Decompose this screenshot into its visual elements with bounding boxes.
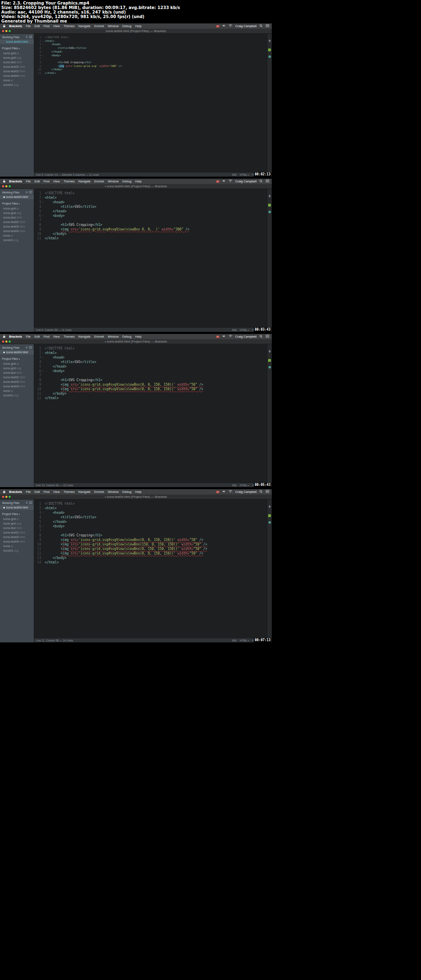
project-file-icons-test02.html[interactable]: icons-test02.html (0, 220, 34, 224)
volume-icon[interactable] (222, 490, 226, 494)
status-language-select[interactable]: HTML ▾ (240, 173, 249, 176)
wifi-icon[interactable] (229, 24, 232, 28)
project-file-icons-test.html[interactable]: icons-test.html (0, 60, 34, 64)
code-editor[interactable]: 1<!DOCTYPE html>2▾<html>3▾ <head>4 <titl… (34, 344, 267, 483)
code-line[interactable]: 1<!DOCTYPE html> (34, 191, 267, 196)
code-line[interactable]: 4 <title>SVG</title> (34, 515, 267, 520)
code-line[interactable]: 8 <h1>SVG Cropping</h1> (34, 223, 267, 227)
menu-item-edit[interactable]: Edit (35, 24, 40, 28)
project-file-icons.ai[interactable]: icons.ai (0, 233, 34, 238)
menu-item-window[interactable]: Window (108, 24, 119, 28)
menu-item-find[interactable]: Find (44, 490, 50, 494)
extension-green-icon[interactable] (268, 514, 271, 517)
zoom-window-button[interactable] (9, 185, 11, 187)
code-line[interactable]: 2▾<html> (34, 196, 267, 200)
notification-list-icon[interactable] (266, 179, 269, 183)
wifi-icon[interactable] (229, 179, 232, 183)
extension-teal-icon[interactable] (268, 366, 271, 368)
project-file-icons-grid.ai[interactable]: icons-grid.ai (0, 517, 34, 521)
project-file-icons-grid.ai[interactable]: icons-grid.ai (0, 206, 34, 211)
code-line[interactable]: 10 </body> (34, 68, 267, 71)
menu-item-find[interactable]: Find (44, 24, 50, 28)
extension-teal-icon[interactable] (268, 211, 271, 213)
project-file-icons-test.html[interactable]: icons-test.html (0, 526, 34, 530)
split-view-icon[interactable] (29, 502, 32, 504)
code-line[interactable]: 1<!DOCTYPE html> (34, 502, 267, 506)
title-bar[interactable]: • icons-test04.html (Project-Files) — Br… (0, 339, 272, 344)
code-line[interactable]: 6▾ <body> (34, 214, 267, 218)
menu-item-help[interactable]: Help (135, 179, 141, 183)
status-language-select[interactable]: HTML ▾ (240, 484, 249, 487)
code-line[interactable]: 9 <img src='icons-grid.svg#svgView(viewB… (34, 227, 267, 232)
code-line[interactable]: 4 <title>SVG</title> (34, 46, 267, 50)
screen-record-icon[interactable] (216, 25, 220, 28)
zoom-window-button[interactable] (9, 496, 11, 498)
zoom-window-button[interactable] (9, 30, 11, 32)
fold-arrow-icon[interactable]: ▾ (41, 200, 45, 205)
project-file-icons-test03.html[interactable]: icons-test03.html (0, 535, 34, 539)
menu-item-file[interactable]: File (26, 179, 31, 183)
wifi-icon[interactable] (229, 335, 232, 338)
menubar-username[interactable]: Craig Campbell (235, 490, 257, 494)
extension-teal-icon[interactable] (268, 521, 271, 524)
apple-icon[interactable] (2, 334, 5, 339)
menu-item-themes[interactable]: Themes (63, 335, 74, 338)
screen-record-icon[interactable] (216, 180, 220, 183)
menu-item-themes[interactable]: Themes (63, 490, 74, 494)
minimize-window-button[interactable] (5, 30, 7, 32)
menu-item-edit[interactable]: Edit (35, 490, 40, 494)
extension-teal-icon[interactable] (268, 55, 271, 58)
status-insert-mode[interactable]: INS (232, 484, 236, 487)
title-bar[interactable]: • icons-test04.html (Project-Files) — Br… (0, 495, 272, 499)
status-language-select[interactable]: HTML ▾ (240, 329, 249, 331)
close-window-button[interactable] (2, 185, 4, 187)
menu-item-navigate[interactable]: Navigate (79, 335, 91, 338)
menu-item-file[interactable]: File (26, 24, 31, 28)
menu-item-find[interactable]: Find (44, 335, 50, 338)
menu-item-window[interactable]: Window (108, 335, 119, 338)
project-file-icons-test03.html[interactable]: icons-test03.html (0, 380, 34, 384)
menu-item-navigate[interactable]: Navigate (79, 24, 91, 28)
code-line[interactable]: 5 </head> (34, 520, 267, 524)
code-line[interactable]: 2▾<html> (34, 351, 267, 355)
live-preview-icon[interactable] (268, 503, 271, 510)
fold-arrow-icon[interactable]: ▾ (41, 43, 45, 46)
code-line[interactable]: 3▾ <head> (34, 355, 267, 360)
project-file-icons-grid.svg[interactable]: icons-grid.svg (0, 55, 34, 60)
menu-item-themes[interactable]: Themes (63, 24, 74, 28)
status-insert-mode[interactable]: INS (232, 173, 236, 176)
code-line[interactable]: 7 (34, 529, 267, 533)
working-file-item[interactable]: icons-test04.html (0, 350, 34, 354)
project-file-icons01.svg[interactable]: icons01.svg (0, 393, 34, 398)
search-icon[interactable] (259, 335, 263, 339)
search-icon[interactable] (259, 24, 263, 28)
code-line[interactable]: 8 <h1>SVG Cropping</h1> (34, 61, 267, 64)
search-icon[interactable] (259, 490, 263, 494)
fold-arrow-icon[interactable]: ▾ (41, 54, 45, 58)
volume-icon[interactable] (222, 179, 226, 183)
code-line[interactable]: 6▾ <body> (34, 54, 267, 58)
project-files-header[interactable]: Project Files ▾ (0, 199, 34, 206)
code-line[interactable]: 11 <img src='icons-grid.svg#svgView(view… (34, 547, 267, 551)
fold-arrow-icon[interactable]: ▾ (41, 355, 45, 360)
code-line[interactable]: 13 </body> (34, 556, 267, 560)
menubar-username[interactable]: Craig Campbell (235, 24, 257, 28)
fold-arrow-icon[interactable]: ▾ (41, 214, 45, 218)
menubar-username[interactable]: Craig Campbell (235, 335, 257, 338)
fold-arrow-icon[interactable]: ▾ (41, 511, 45, 515)
app-menu-brackets[interactable]: Brackets (9, 24, 22, 28)
code-line[interactable]: 6▾ <body> (34, 524, 267, 529)
menu-item-edit[interactable]: Edit (35, 335, 40, 338)
volume-icon[interactable] (222, 24, 226, 28)
code-line[interactable]: 7 (34, 373, 267, 378)
volume-icon[interactable] (222, 335, 226, 338)
apple-icon[interactable] (2, 490, 5, 494)
project-file-icons.ai[interactable]: icons.ai (0, 544, 34, 548)
code-line[interactable]: 12 <img src='icons-grid.svg#svgView(view… (34, 551, 267, 556)
menu-item-view[interactable]: View (53, 335, 60, 338)
code-line[interactable]: 3▾ <head> (34, 43, 267, 46)
menu-item-edit[interactable]: Edit (35, 179, 40, 183)
code-editor[interactable]: 1<!DOCTYPE html>2▾<html>3▾ <head>4 <titl… (34, 189, 267, 327)
app-menu-brackets[interactable]: Brackets (9, 490, 22, 494)
apple-icon[interactable] (2, 179, 5, 184)
